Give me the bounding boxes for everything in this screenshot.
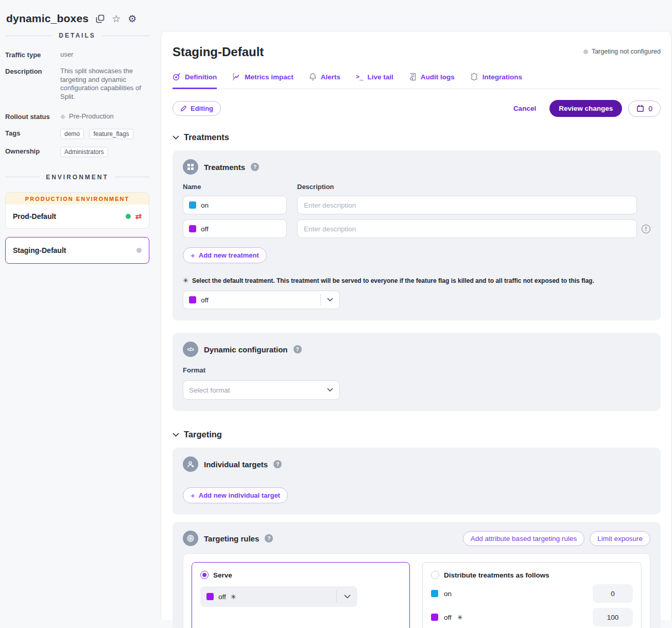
- prod-status-dot: [126, 214, 131, 219]
- targeting-status: Targeting not configured: [583, 48, 661, 55]
- treatments-icon: [183, 159, 198, 175]
- tab-audit-logs[interactable]: Audit logs: [409, 73, 455, 89]
- serve-treatment-select[interactable]: off ✳: [200, 586, 357, 607]
- environment-card-staging[interactable]: Staging-Default: [5, 237, 149, 264]
- prod-environment-name: Prod-Default: [13, 212, 126, 220]
- staging-environment-row[interactable]: Staging-Default: [6, 237, 149, 263]
- copy-icon[interactable]: [96, 14, 105, 23]
- individual-targets-header: Individual targets ?: [183, 456, 650, 472]
- prod-sync-icon: ⇄: [135, 212, 142, 221]
- add-new-treatment-label: Add new treatment: [199, 251, 259, 259]
- default-treatment-select[interactable]: off: [183, 291, 340, 309]
- dynamic-configuration-card: </> Dynamic configuration ? Format Selec…: [173, 333, 661, 411]
- tab-bar: Definition Metrics impact: [173, 73, 661, 89]
- description-column-header: Description: [297, 183, 334, 191]
- targeting-rules-title: Targeting rules: [204, 534, 259, 543]
- distribute-percent-input-on[interactable]: [593, 584, 633, 603]
- serve-radio-row[interactable]: Serve: [200, 571, 401, 579]
- add-new-individual-target-button[interactable]: + Add new individual target: [183, 487, 288, 503]
- tab-alerts-label: Alerts: [321, 73, 340, 81]
- serve-option-box[interactable]: Serve off ✳: [192, 562, 410, 628]
- distribute-percent-input-off[interactable]: [593, 608, 633, 626]
- tab-metrics-impact-label: Metrics impact: [245, 73, 294, 81]
- prod-environment-row[interactable]: Prod-Default ⇄: [6, 205, 149, 228]
- environment-heading-label: ENVIRONMENT: [46, 174, 109, 181]
- change-counter-pill[interactable]: 0: [628, 100, 661, 117]
- add-new-individual-target-label: Add new individual target: [199, 491, 280, 499]
- ownership-value: Administrators: [60, 147, 111, 157]
- treatment-color-swatch: [189, 225, 196, 232]
- star-icon[interactable]: ☆: [112, 14, 120, 24]
- default-asterisk-icon: ✳: [231, 593, 236, 601]
- tag-chip[interactable]: feature_flags: [89, 129, 133, 139]
- info-icon: !: [642, 225, 650, 233]
- cancel-button[interactable]: Cancel: [513, 105, 536, 112]
- rollout-status-label: Rollout status: [5, 112, 60, 121]
- tab-definition[interactable]: Definition: [173, 73, 217, 89]
- bullseye-icon: [183, 531, 198, 546]
- gear-icon[interactable]: ⚙: [128, 14, 136, 24]
- chevron-down-icon: [337, 595, 357, 599]
- review-changes-button[interactable]: Review changes: [549, 100, 622, 117]
- panel-top: Staging-Default Targeting not configured: [173, 45, 661, 59]
- treatment-description-input-off[interactable]: [297, 219, 637, 238]
- treatment-name-field-on[interactable]: on: [183, 196, 287, 214]
- treatment-row-off: off !: [183, 219, 650, 238]
- description-label: Description: [5, 67, 60, 102]
- chevron-down-icon: [173, 135, 179, 140]
- format-select[interactable]: Select format: [183, 380, 340, 400]
- serve-radio[interactable]: [200, 571, 209, 579]
- tab-integrations[interactable]: Integrations: [470, 73, 522, 89]
- tab-definition-label: Definition: [185, 73, 217, 81]
- treatment-description-input-on[interactable]: [297, 196, 637, 214]
- owner-chip[interactable]: Administrators: [60, 147, 108, 157]
- tab-live-tail-label: Live tail: [368, 73, 393, 81]
- add-new-treatment-button[interactable]: + Add new treatment: [183, 247, 267, 263]
- bell-icon: [309, 73, 317, 81]
- rule-editor-panel: Serve off ✳: [183, 553, 650, 628]
- treatments-section-header[interactable]: Treatments: [173, 132, 661, 142]
- editing-button[interactable]: Editing: [173, 101, 221, 116]
- targeting-section-header[interactable]: Targeting: [173, 430, 661, 439]
- treatment-color-swatch: [431, 590, 438, 597]
- add-user-icon: [183, 456, 198, 472]
- individual-targets-help-icon[interactable]: ?: [273, 460, 282, 468]
- treatment-name-field-off[interactable]: off: [183, 219, 287, 238]
- tags-label: Tags: [5, 129, 60, 139]
- targeting-rules-help-icon[interactable]: ?: [265, 534, 273, 542]
- tab-live-tail[interactable]: >_ Live tail: [356, 73, 393, 89]
- distribute-radio[interactable]: [431, 571, 439, 579]
- default-treatment-value: off: [201, 296, 209, 304]
- treatment-color-swatch: [189, 296, 196, 303]
- format-label: Format: [183, 366, 650, 374]
- distribute-treatment-on: on: [444, 590, 452, 598]
- treatments-column-headers: Name Description: [183, 183, 650, 191]
- treatments-help-icon[interactable]: ?: [251, 163, 259, 171]
- targeting-rules-card: Targeting rules ? Add attribute based ta…: [173, 522, 661, 628]
- tab-alerts[interactable]: Alerts: [309, 73, 340, 89]
- distribute-row-off: off ✳: [431, 608, 633, 626]
- description-row: Description This split showcases the tar…: [5, 67, 149, 102]
- action-row: Editing Cancel Review changes 0: [173, 100, 661, 117]
- chevron-down-icon: [321, 388, 339, 392]
- traffic-type-row: Traffic type user: [5, 50, 149, 59]
- treatment-color-swatch: [431, 614, 438, 621]
- treatments-card: Treatments ? Name Description on off: [173, 150, 661, 320]
- distribute-radio-row[interactable]: Distribute treatments as follows: [431, 571, 633, 579]
- distribute-label: Distribute treatments as follows: [444, 571, 549, 579]
- dynamic-configuration-header: </> Dynamic configuration ?: [183, 342, 650, 357]
- description-value: This split showcases the targeting and d…: [60, 67, 149, 102]
- dynamic-configuration-help-icon[interactable]: ?: [294, 345, 302, 353]
- limit-exposure-button[interactable]: Limit exposure: [590, 531, 650, 546]
- individual-targets-title: Individual targets: [204, 460, 268, 469]
- environment-card-prod[interactable]: PRODUCTION ENVIRONMENT Prod-Default ⇄: [5, 192, 149, 229]
- add-attribute-rules-button[interactable]: Add attribute based targeting rules: [463, 531, 584, 546]
- treatment-color-swatch: [206, 593, 214, 600]
- editing-button-label: Editing: [191, 105, 213, 112]
- tag-chip[interactable]: demo: [60, 129, 84, 139]
- tab-metrics-impact[interactable]: Metrics impact: [232, 73, 294, 89]
- code-icon: </>: [183, 342, 198, 357]
- tab-audit-logs-label: Audit logs: [421, 73, 455, 81]
- distribute-option-box[interactable]: Distribute treatments as follows on off: [422, 562, 642, 628]
- chevron-down-icon: [321, 298, 339, 302]
